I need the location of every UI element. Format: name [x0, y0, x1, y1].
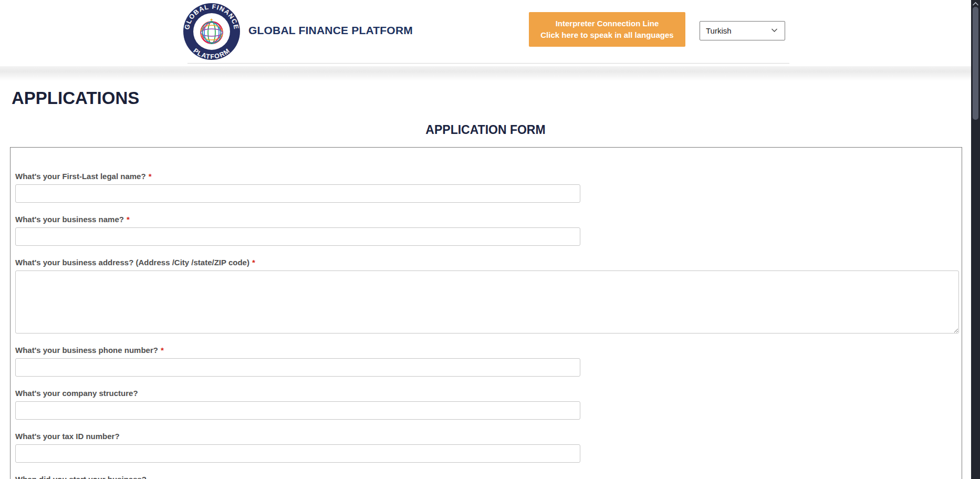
language-select[interactable]: Turkish: [700, 21, 785, 40]
field-label: What's your tax ID number?: [15, 431, 962, 442]
header-divider: [187, 63, 789, 64]
form-field: What's your company structure?: [15, 388, 962, 420]
interpreter-button-line1: Interpreter Connection Line: [556, 18, 659, 29]
brand-title: GLOBAL FINANCE PLATFORM: [248, 24, 413, 37]
input-what-s-your-business-name[interactable]: [15, 227, 580, 246]
field-label: What's your business phone number?*: [15, 345, 962, 356]
field-label: What's your company structure?: [15, 388, 962, 399]
field-label-text: What's your company structure?: [15, 389, 138, 398]
form-field: What's your business phone number?*: [15, 345, 962, 377]
form-fields: What's your First-Last legal name?*What'…: [15, 171, 962, 479]
input-what-s-your-first-last-legal-name[interactable]: [15, 184, 580, 203]
input-what-s-your-business-phone-number[interactable]: [15, 358, 580, 377]
field-label: What's your business address? (Address /…: [15, 257, 962, 268]
application-form: What's your First-Last legal name?*What'…: [10, 147, 962, 479]
form-field: What's your tax ID number?: [15, 431, 962, 463]
vertical-scrollbar[interactable]: [971, 0, 980, 479]
globe-sparkle-icon: ✦: [210, 17, 214, 23]
form-field: What's your business address? (Address /…: [15, 257, 962, 334]
field-label-text: What's your First-Last legal name?: [15, 172, 146, 181]
interpreter-button-line2: Click here to speak in all languages: [540, 29, 673, 41]
required-asterisk: *: [252, 258, 255, 267]
field-label: What's your business name?*: [15, 214, 962, 225]
field-label-text: What's your business phone number?: [15, 346, 158, 355]
field-label-text: What's your business address? (Address /…: [15, 258, 249, 267]
field-label-text: What's your business name?: [15, 215, 124, 224]
input-what-s-your-company-structure[interactable]: [15, 401, 580, 420]
form-field: What's your First-Last legal name?*: [15, 171, 962, 203]
field-label: When did you start your business?: [15, 474, 962, 479]
global-finance-platform-logo[interactable]: ✦ GLOBAL FINANCE PLATFORM: [183, 3, 241, 60]
field-label: What's your First-Last legal name?*: [15, 171, 962, 182]
form-field: What's your business name?*: [15, 214, 962, 246]
field-label-text: What's your tax ID number?: [15, 432, 120, 441]
page: ✦ GLOBAL FINANCE PLATFORM GLOBAL FINANCE…: [0, 0, 980, 479]
input-what-s-your-business-address-address-city-state-zip-code[interactable]: [15, 270, 959, 334]
header-shadow: [0, 66, 971, 81]
header: ✦ GLOBAL FINANCE PLATFORM GLOBAL FINANCE…: [0, 0, 971, 66]
page-title-applications: APPLICATIONS: [12, 88, 139, 108]
interpreter-connection-button[interactable]: Interpreter Connection Line Click here t…: [529, 12, 685, 47]
form-field: When did you start your business?: [15, 474, 962, 479]
form-title: APPLICATION FORM: [0, 123, 971, 137]
required-asterisk: *: [161, 346, 164, 355]
field-label-text: When did you start your business?: [15, 475, 147, 479]
scroll-up-icon[interactable]: [972, 2, 979, 6]
required-asterisk: *: [127, 215, 130, 224]
required-asterisk: *: [149, 172, 152, 181]
input-what-s-your-tax-id-number[interactable]: [15, 444, 580, 463]
scrollbar-thumb[interactable]: [973, 7, 978, 120]
